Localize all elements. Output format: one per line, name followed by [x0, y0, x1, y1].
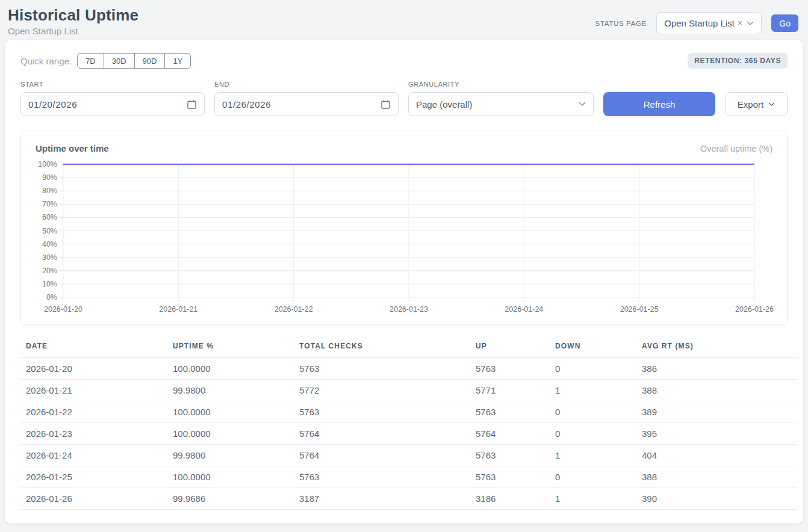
svg-text:10%: 10%: [42, 280, 57, 288]
svg-text:2026-01-26: 2026-01-26: [735, 305, 774, 314]
svg-text:2026-01-23: 2026-01-23: [390, 305, 428, 314]
table-cell: 99.9800: [167, 380, 294, 401]
svg-text:2026-01-25: 2026-01-25: [620, 305, 659, 314]
svg-text:40%: 40%: [42, 240, 57, 249]
uptime-table: DATEUPTIME %TOTAL CHECKSUPDOWNAVG RT (MS…: [20, 337, 797, 510]
table-cell: 3186: [470, 488, 550, 510]
table-cell: 5764: [470, 423, 550, 445]
calendar-icon[interactable]: [381, 99, 391, 110]
table-cell: 404: [636, 445, 797, 466]
table-row: 2026-01-2699.9686318731861390: [20, 488, 797, 510]
export-button[interactable]: Export: [725, 92, 788, 116]
quick-range-button-1y[interactable]: 1Y: [164, 53, 191, 69]
svg-text:60%: 60%: [42, 213, 57, 221]
start-date-label: START: [20, 81, 205, 88]
chevron-down-icon: [747, 21, 754, 26]
svg-text:2026-01-24: 2026-01-24: [505, 305, 543, 314]
table-cell: 5763: [470, 358, 550, 380]
table-cell: 100.0000: [167, 466, 294, 488]
refresh-button[interactable]: Refresh: [603, 92, 715, 116]
chart-card: Uptime over time Overall uptime (%) 0%10…: [20, 131, 788, 325]
table-row: 2026-01-25100.0000576357630388: [20, 466, 797, 488]
table-cell: 5763: [294, 401, 470, 423]
table-cell: 389: [636, 401, 797, 423]
table-cell: 2026-01-24: [20, 445, 167, 466]
svg-text:2026-01-21: 2026-01-21: [159, 305, 197, 314]
svg-text:20%: 20%: [42, 267, 57, 275]
table-cell: 1: [550, 380, 636, 401]
status-page-select-value: Open Startup List: [664, 18, 735, 28]
export-button-label: Export: [738, 99, 763, 110]
table-cell: 386: [636, 358, 797, 380]
table-cell: 2026-01-23: [20, 423, 167, 445]
chevron-down-icon: [768, 102, 775, 107]
table-cell: 0: [550, 358, 636, 380]
table-cell: 100.0000: [167, 401, 294, 423]
table-cell: 5763: [470, 445, 550, 466]
page-title: Historical Uptime: [8, 6, 138, 25]
table-row: 2026-01-23100.0000576457640395: [20, 423, 797, 445]
table-row: 2026-01-2499.9800576457631404: [20, 445, 797, 466]
table-cell: 5764: [294, 423, 470, 445]
table-cell: 395: [636, 423, 797, 445]
svg-text:50%: 50%: [42, 227, 57, 235]
table-cell: 2026-01-20: [20, 358, 167, 380]
table-cell: 3187: [294, 488, 470, 510]
status-page-label: STATUS PAGE: [595, 20, 647, 27]
end-date-label: END: [214, 81, 399, 88]
clear-icon[interactable]: ×: [737, 19, 742, 28]
table-cell: 5763: [294, 466, 470, 488]
svg-text:2026-01-22: 2026-01-22: [275, 305, 313, 314]
end-date-field: END 01/26/2026: [214, 81, 399, 116]
svg-text:80%: 80%: [42, 187, 57, 195]
svg-text:0%: 0%: [46, 293, 57, 302]
end-date-input[interactable]: 01/26/2026: [214, 92, 399, 116]
table-cell: 5772: [294, 380, 470, 401]
svg-text:2026-01-20: 2026-01-20: [44, 305, 82, 314]
go-button[interactable]: Go: [771, 14, 798, 32]
table-row: 2026-01-20100.0000576357630386: [20, 358, 797, 380]
start-date-field: START 01/20/2026: [20, 81, 205, 116]
quick-range-button-7d[interactable]: 7D: [77, 53, 104, 69]
table-cell: 100.0000: [167, 423, 294, 445]
main-panel: Quick range: 7D30D90D1Y RETENTION: 365 D…: [5, 40, 803, 524]
granularity-value: Page (overall): [416, 99, 472, 110]
table-header-cell: UP: [470, 337, 550, 358]
status-page-select[interactable]: Open Startup List ×: [656, 12, 762, 34]
title-block: Historical Uptime Open Startup List: [8, 6, 138, 36]
start-date-value: 01/20/2026: [28, 99, 77, 110]
table-cell: 100.0000: [167, 358, 294, 380]
chart-title: Uptime over time: [36, 143, 109, 153]
table-cell: 5763: [470, 466, 550, 488]
table-row: 2026-01-22100.0000576357630389: [20, 401, 797, 423]
table-cell: 388: [636, 466, 797, 488]
table-cell: 1: [550, 445, 636, 466]
page-subtitle: Open Startup List: [8, 26, 138, 36]
svg-text:30%: 30%: [42, 253, 57, 262]
table-cell: 390: [636, 488, 797, 510]
quick-range-button-90d[interactable]: 90D: [134, 53, 166, 69]
chart-legend: Overall uptime (%): [700, 144, 772, 153]
table-cell: 2026-01-26: [20, 488, 167, 510]
svg-text:70%: 70%: [42, 200, 57, 208]
granularity-select[interactable]: Page (overall): [408, 92, 594, 116]
granularity-field: GRANULARITY Page (overall): [408, 81, 594, 116]
quick-range-row: Quick range: 7D30D90D1Y RETENTION: 365 D…: [20, 53, 788, 69]
table-cell: 0: [550, 466, 636, 488]
end-date-value: 01/26/2026: [222, 99, 271, 110]
table-header-cell: UPTIME %: [167, 337, 294, 358]
quick-range-button-30d[interactable]: 30D: [104, 53, 135, 69]
header-controls: STATUS PAGE Open Startup List × Go: [595, 12, 798, 34]
table-header-cell: AVG RT (MS): [636, 337, 797, 358]
table-cell: 2026-01-25: [20, 466, 167, 488]
retention-badge: RETENTION: 365 DAYS: [688, 53, 788, 69]
start-date-input[interactable]: 01/20/2026: [20, 92, 205, 116]
table-header-row: DATEUPTIME %TOTAL CHECKSUPDOWNAVG RT (MS…: [20, 337, 797, 358]
table-header-cell: DATE: [20, 337, 167, 358]
chevron-down-icon: [579, 102, 586, 107]
quick-range-label: Quick range:: [20, 56, 72, 66]
table-cell: 5764: [294, 445, 470, 466]
table-header-cell: DOWN: [550, 337, 636, 358]
svg-text:90%: 90%: [42, 173, 57, 182]
calendar-icon[interactable]: [187, 99, 197, 110]
